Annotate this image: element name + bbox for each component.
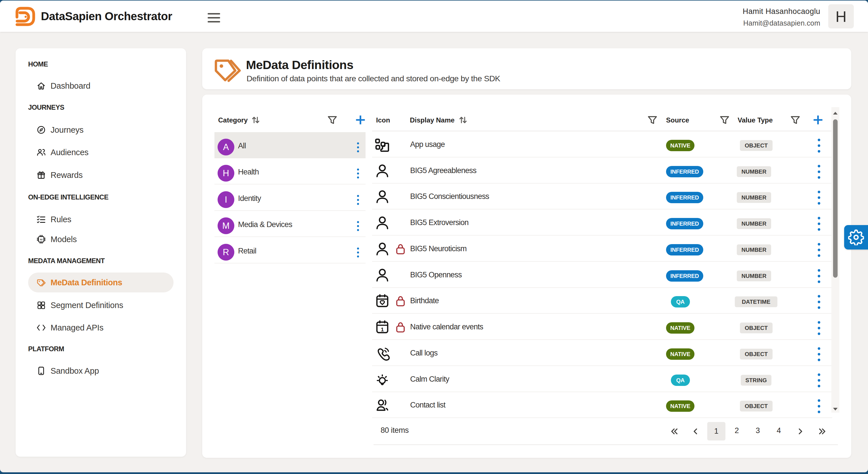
svg-text:1: 1: [381, 327, 384, 332]
svg-text:AI: AI: [40, 238, 42, 241]
